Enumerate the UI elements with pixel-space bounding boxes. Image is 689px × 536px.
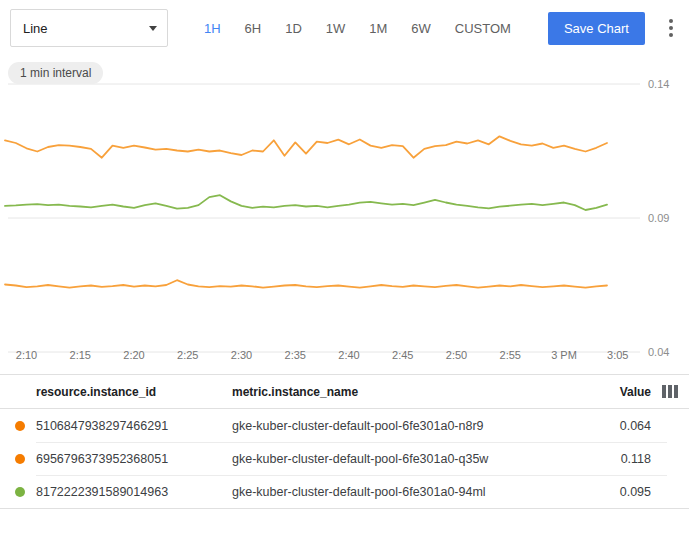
y-axis-tick-label: 0.09 (648, 212, 669, 224)
column-header-instance-name[interactable]: metric.instance_name (232, 385, 587, 399)
line-chart[interactable]: 0.140.090.042:102:152:202:252:302:352:40… (0, 56, 689, 374)
cell-value: 0.064 (587, 419, 651, 433)
cell-instance-id: 8172222391589014963 (36, 485, 232, 499)
chart-area[interactable]: 1 min interval 0.140.090.042:102:152:202… (0, 56, 689, 374)
x-axis-tick-label: 2:10 (16, 349, 37, 361)
legend-rows: 5106847938297466291gke-kuber-cluster-def… (0, 409, 689, 508)
table-row[interactable]: 6956796373952368051gke-kuber-cluster-def… (0, 442, 689, 475)
column-header-value[interactable]: Value (587, 385, 651, 399)
series-line (5, 280, 607, 288)
series-line (5, 195, 607, 210)
time-range-button-6w[interactable]: 6W (400, 13, 442, 44)
toolbar: Line 1H6H1D1W1M6WCUSTOM Save Chart (0, 0, 689, 56)
x-axis-tick-label: 2:30 (231, 349, 252, 361)
x-axis-tick-label: 2:40 (338, 349, 359, 361)
time-range-button-custom[interactable]: CUSTOM (444, 13, 522, 44)
legend-table-header: resource.instance_id metric.instance_nam… (0, 375, 689, 409)
legend-table: resource.instance_id metric.instance_nam… (0, 374, 689, 509)
chevron-down-icon (149, 26, 157, 31)
series-color-dot (15, 454, 25, 464)
save-chart-button[interactable]: Save Chart (548, 12, 645, 45)
chart-type-dropdown[interactable]: Line (10, 9, 168, 47)
y-axis-tick-label: 0.14 (648, 78, 669, 90)
x-axis-tick-label: 2:55 (500, 349, 521, 361)
y-axis-tick-label: 0.04 (648, 346, 669, 358)
series-color-dot (15, 487, 25, 497)
cell-instance-id: 6956796373952368051 (36, 452, 232, 466)
more-options-icon[interactable] (661, 13, 681, 43)
series-color-dot (15, 421, 25, 431)
x-axis-tick-label: 3:05 (607, 349, 628, 361)
x-axis-tick-label: 3 PM (551, 349, 577, 361)
time-range-group: 1H6H1D1W1M6WCUSTOM (193, 13, 522, 44)
table-row[interactable]: 5106847938297466291gke-kuber-cluster-def… (0, 409, 689, 442)
time-range-button-1w[interactable]: 1W (315, 13, 357, 44)
series-line (5, 136, 607, 157)
x-axis-tick-label: 2:35 (285, 349, 306, 361)
interval-chip: 1 min interval (8, 62, 103, 84)
cell-value: 0.095 (587, 485, 651, 499)
cell-instance-id: 5106847938297466291 (36, 419, 232, 433)
table-row[interactable]: 8172222391589014963gke-kuber-cluster-def… (0, 475, 689, 508)
cell-instance-name: gke-kuber-cluster-default-pool-6fe301a0-… (232, 452, 587, 466)
x-axis-tick-label: 2:50 (446, 349, 467, 361)
time-range-button-6h[interactable]: 6H (234, 13, 273, 44)
x-axis-tick-label: 2:15 (70, 349, 91, 361)
cell-instance-name: gke-kuber-cluster-default-pool-6fe301a0-… (232, 419, 587, 433)
cell-value: 0.118 (587, 452, 651, 466)
cell-instance-name: gke-kuber-cluster-default-pool-6fe301a0-… (232, 485, 587, 499)
view-column-icon[interactable] (651, 385, 689, 398)
time-range-button-1m[interactable]: 1M (358, 13, 398, 44)
chart-type-value: Line (23, 21, 48, 36)
x-axis-tick-label: 2:20 (123, 349, 144, 361)
time-range-button-1d[interactable]: 1D (274, 13, 313, 44)
time-range-button-1h[interactable]: 1H (193, 13, 232, 44)
column-header-instance-id[interactable]: resource.instance_id (36, 385, 232, 399)
x-axis-tick-label: 2:25 (177, 349, 198, 361)
x-axis-tick-label: 2:45 (392, 349, 413, 361)
